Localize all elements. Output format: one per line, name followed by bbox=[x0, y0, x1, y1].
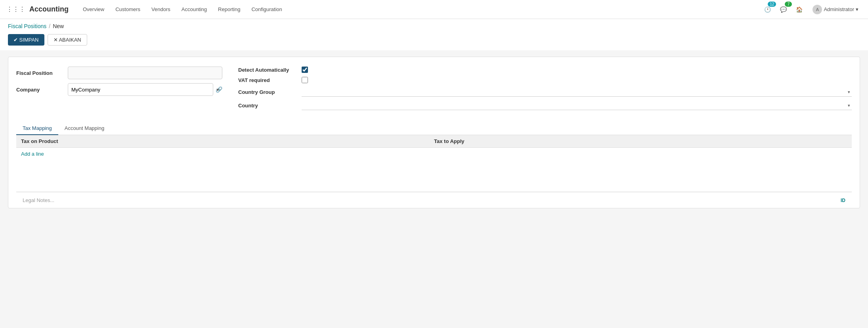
topbar: ⋮⋮⋮ Accounting Overview Customers Vendor… bbox=[0, 0, 868, 19]
messages-badge: 7 bbox=[785, 2, 792, 7]
fiscal-position-row: Fiscal Position bbox=[16, 67, 222, 79]
country-select-wrapper: ▾ bbox=[302, 101, 852, 110]
col-tax-on-product: Tax on Product bbox=[21, 138, 434, 144]
vat-required-row: VAT required bbox=[238, 77, 852, 83]
detect-auto-row: Detect Automatically bbox=[238, 67, 852, 73]
company-label: Company bbox=[16, 87, 68, 93]
admin-dropdown-icon: ▾ bbox=[856, 6, 858, 12]
breadcrumb: Fiscal Positions / New bbox=[8, 23, 860, 29]
country-select[interactable] bbox=[302, 101, 852, 110]
main-nav: Overview Customers Vendors Accounting Re… bbox=[78, 4, 762, 15]
company-external-link-icon[interactable]: 🔗 bbox=[216, 86, 222, 93]
discard-button[interactable]: ✕ ABAIKAN bbox=[48, 34, 87, 46]
add-line-link[interactable]: Add a line bbox=[21, 151, 44, 157]
main-content: Fiscal Position Company MyCompany ▾ 🔗 bbox=[0, 50, 868, 215]
avatar: A bbox=[813, 5, 822, 14]
nav-vendors[interactable]: Vendors bbox=[147, 4, 175, 15]
nav-customers[interactable]: Customers bbox=[111, 4, 145, 15]
id-badge: ID bbox=[841, 198, 845, 203]
vat-required-checkbox[interactable] bbox=[302, 77, 308, 83]
company-row: Company MyCompany ▾ 🔗 bbox=[16, 83, 222, 96]
country-label: Country bbox=[238, 103, 302, 109]
country-group-select[interactable] bbox=[302, 87, 852, 97]
tab-tax-mapping[interactable]: Tax Mapping bbox=[16, 122, 58, 135]
vat-required-label: VAT required bbox=[238, 77, 302, 83]
tab-account-mapping[interactable]: Account Mapping bbox=[58, 122, 111, 135]
nav-accounting[interactable]: Accounting bbox=[177, 4, 212, 15]
nav-overview[interactable]: Overview bbox=[78, 4, 109, 15]
breadcrumb-parent[interactable]: Fiscal Positions bbox=[8, 23, 46, 29]
form-right: Detect Automatically VAT required Countr… bbox=[238, 67, 852, 114]
topbar-right: 🕐 12 💬 7 🏠 A Administrator ▾ bbox=[762, 3, 862, 16]
company-select[interactable]: MyCompany bbox=[68, 83, 213, 96]
admin-label: Administrator bbox=[824, 6, 854, 12]
nav-configuration[interactable]: Configuration bbox=[247, 4, 287, 15]
fiscal-position-input[interactable] bbox=[68, 67, 222, 79]
legal-notes-bar: Legal Notes... ID bbox=[16, 192, 852, 208]
add-line-row: Add a line bbox=[16, 148, 852, 160]
nav-reporting[interactable]: Reporting bbox=[213, 4, 245, 15]
company-select-wrapper: MyCompany ▾ 🔗 bbox=[68, 83, 222, 96]
tabs-bar: Tax Mapping Account Mapping bbox=[16, 122, 852, 135]
country-row: Country ▾ bbox=[238, 101, 852, 110]
grid-icon[interactable]: ⋮⋮⋮ bbox=[6, 6, 25, 13]
table-header: Tax on Product Tax to Apply bbox=[16, 135, 852, 148]
app-name: Accounting bbox=[29, 5, 69, 13]
country-group-row: Country Group ▾ bbox=[238, 87, 852, 97]
breadcrumb-bar: Fiscal Positions / New bbox=[0, 19, 868, 32]
action-bar: ✔ SIMPAN ✕ ABAIKAN bbox=[0, 32, 868, 50]
col-tax-to-apply: Tax to Apply bbox=[434, 138, 847, 144]
activity-badge: 12 bbox=[768, 2, 776, 7]
country-group-select-wrapper: ▾ bbox=[302, 87, 852, 97]
detect-auto-label: Detect Automatically bbox=[238, 67, 302, 73]
activity-icon[interactable]: 🕐 12 bbox=[762, 4, 773, 15]
messages-icon[interactable]: 💬 7 bbox=[778, 4, 789, 15]
detect-auto-checkbox[interactable] bbox=[302, 67, 308, 73]
empty-rows bbox=[16, 160, 852, 192]
form-card: Fiscal Position Company MyCompany ▾ 🔗 bbox=[8, 57, 860, 208]
form-section: Fiscal Position Company MyCompany ▾ 🔗 bbox=[16, 67, 852, 114]
breadcrumb-current: New bbox=[53, 23, 64, 29]
legal-notes-placeholder[interactable]: Legal Notes... bbox=[23, 197, 54, 203]
breadcrumb-separator: / bbox=[49, 23, 50, 29]
home-icon[interactable]: 🏠 bbox=[793, 4, 805, 15]
country-group-label: Country Group bbox=[238, 89, 302, 95]
form-left: Fiscal Position Company MyCompany ▾ 🔗 bbox=[16, 67, 222, 114]
save-button[interactable]: ✔ SIMPAN bbox=[8, 34, 44, 46]
fiscal-position-label: Fiscal Position bbox=[16, 70, 68, 76]
tax-mapping-table: Tax on Product Tax to Apply Add a line bbox=[16, 135, 852, 192]
admin-menu[interactable]: A Administrator ▾ bbox=[809, 3, 862, 16]
